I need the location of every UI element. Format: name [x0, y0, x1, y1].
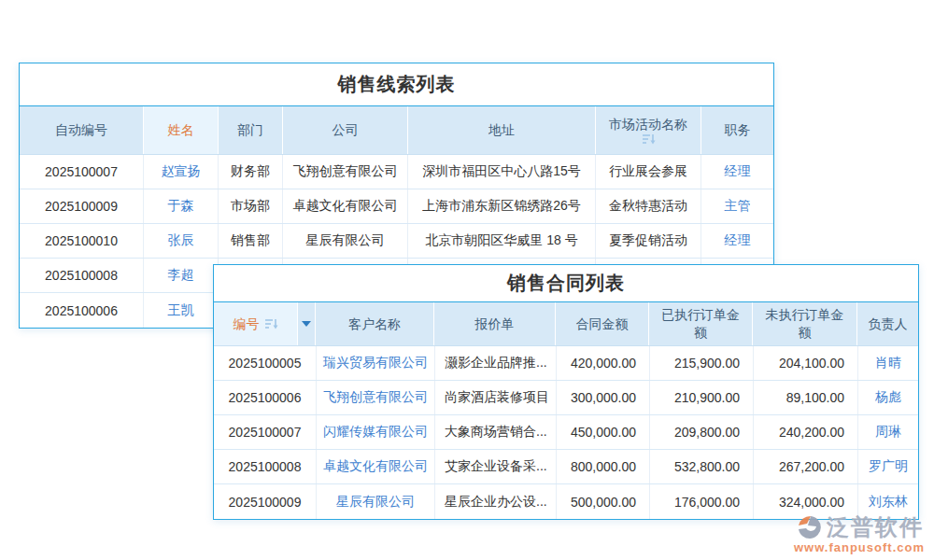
column-header-label: 负责人	[869, 315, 908, 333]
contracts-table-card: 销售合同列表 编号客户名称报价单合同金额已执行订单金额未执行订单金额负责人 20…	[213, 264, 919, 520]
link-cell[interactable]: 王凯	[144, 293, 219, 328]
brand-line: 泛普软件	[794, 512, 925, 542]
leads-table-header: 自动编号姓名部门公司地址市场活动名称职务	[20, 106, 773, 155]
table-row: 2025100008卓越文化有限公司艾家企业设备采...800,000.0053…	[214, 450, 918, 484]
cell: 金秋特惠活动	[596, 189, 701, 223]
link-cell[interactable]: 闪耀传媒有限公司	[317, 415, 435, 449]
cell: 532,800.00	[650, 450, 754, 483]
contracts-table-header: 编号客户名称报价单合同金额已执行订单金额未执行订单金额负责人	[214, 302, 918, 346]
link-cell[interactable]: 罗广明	[858, 450, 918, 483]
cell: 500,000.00	[557, 484, 650, 519]
contracts-table-body: 2025100005瑞兴贸易有限公司灏影企业品牌推...420,000.0021…	[214, 346, 918, 519]
cell: 2025100008	[214, 450, 317, 483]
link-cell[interactable]: 张辰	[144, 224, 219, 258]
column-header[interactable]: 职务	[701, 106, 773, 154]
cell: 飞翔创意有限公司	[283, 155, 408, 189]
link-cell[interactable]: 卓越文化有限公司	[317, 450, 435, 483]
column-header-label: 部门	[237, 121, 263, 139]
link-cell[interactable]: 经理	[701, 224, 773, 258]
brand-logo-icon	[795, 514, 825, 540]
cell: 艾家企业设备采...	[435, 450, 557, 483]
column-header[interactable]: 合同金额	[556, 302, 649, 345]
link-cell[interactable]: 周琳	[858, 415, 918, 449]
cell: 267,200.00	[754, 450, 858, 483]
column-header[interactable]: 地址	[408, 106, 596, 154]
page: 销售线索列表 自动编号姓名部门公司地址市场活动名称职务 2025100007赵宣…	[0, 0, 934, 560]
cell: 深圳市福田区中心八路15号	[408, 155, 596, 189]
cell: 204,100.00	[754, 346, 858, 380]
column-header[interactable]: 部门	[219, 106, 283, 154]
link-cell[interactable]: 瑞兴贸易有限公司	[317, 346, 435, 380]
table-row: 2025100009于森市场部卓越文化有限公司上海市浦东新区锦绣路26号金秋特惠…	[20, 189, 773, 224]
link-cell[interactable]: 星辰有限公司	[317, 484, 435, 519]
cell: 市场部	[219, 189, 283, 223]
column-header[interactable]: 姓名	[144, 106, 219, 154]
sort-icon[interactable]	[264, 318, 278, 329]
link-cell[interactable]: 赵宣扬	[144, 155, 219, 189]
link-cell[interactable]: 主管	[701, 189, 773, 223]
column-header-label: 报价单	[475, 315, 515, 333]
filter-dropdown-header[interactable]	[298, 302, 316, 345]
cell: 星辰有限公司	[283, 224, 408, 258]
column-header[interactable]: 已执行订单金额	[649, 302, 753, 345]
cell: 夏季促销活动	[596, 224, 701, 258]
column-header[interactable]: 负责人	[857, 302, 918, 345]
link-cell[interactable]: 杨彪	[858, 381, 918, 414]
column-header-label: 编号	[234, 315, 260, 333]
column-header-label: 合同金额	[576, 315, 629, 333]
cell: 2025100010	[20, 224, 144, 258]
cell: 北京市朝阳区华威里 18 号	[408, 224, 596, 258]
cell: 大象商场营销合...	[435, 415, 557, 449]
cell: 209,800.00	[650, 415, 754, 449]
cell: 2025100007	[20, 155, 144, 189]
column-header-label: 姓名	[168, 121, 194, 139]
column-header-label: 已执行订单金额	[657, 306, 744, 342]
column-header-label: 未执行订单金额	[760, 306, 849, 342]
cell: 450,000.00	[557, 415, 650, 449]
chevron-down-icon[interactable]	[302, 321, 311, 327]
cell: 2025100006	[20, 293, 144, 328]
column-header[interactable]: 市场活动名称	[596, 106, 701, 154]
cell: 89,100.00	[754, 381, 858, 414]
table-row: 2025100005瑞兴贸易有限公司灏影企业品牌推...420,000.0021…	[214, 346, 918, 381]
cell: 上海市浦东新区锦绣路26号	[408, 189, 596, 223]
cell: 800,000.00	[557, 450, 650, 483]
cell: 2025100008	[20, 259, 144, 292]
contracts-table-title: 销售合同列表	[214, 265, 918, 302]
table-row: 2025100010张辰销售部星辰有限公司北京市朝阳区华威里 18 号夏季促销活…	[20, 224, 773, 259]
table-row: 2025100007闪耀传媒有限公司大象商场营销合...450,000.0020…	[214, 415, 918, 450]
column-header[interactable]: 公司	[283, 106, 408, 154]
link-cell[interactable]: 于森	[144, 189, 219, 223]
cell: 2025100005	[214, 346, 317, 380]
column-header-label: 客户名称	[348, 315, 401, 333]
cell: 240,200.00	[754, 415, 858, 449]
column-header-label: 市场活动名称	[609, 116, 687, 133]
brand-name: 泛普软件	[827, 512, 924, 542]
link-cell[interactable]: 经理	[701, 155, 773, 189]
cell: 行业展会参展	[596, 155, 701, 189]
cell: 尚家酒店装修项目	[435, 381, 557, 414]
cell: 210,900.00	[650, 381, 754, 414]
brand-watermark: 泛普软件 www.fanpusoft.com	[794, 512, 925, 554]
column-header-label: 自动编号	[55, 121, 107, 139]
link-cell[interactable]: 李超	[144, 259, 219, 292]
link-cell[interactable]: 飞翔创意有限公司	[317, 381, 435, 414]
table-row: 2025100007赵宣扬财务部飞翔创意有限公司深圳市福田区中心八路15号行业展…	[20, 155, 773, 189]
cell: 2025100007	[214, 415, 317, 449]
column-header-label: 公司	[333, 121, 359, 139]
brand-url: www.fanpusoft.com	[794, 540, 925, 554]
cell: 2025100009	[214, 484, 317, 519]
sort-icon[interactable]	[642, 133, 656, 145]
column-header-label: 地址	[488, 121, 515, 139]
cell: 财务部	[219, 155, 283, 189]
column-header[interactable]: 编号	[214, 302, 298, 345]
cell: 卓越文化有限公司	[283, 189, 408, 223]
cell: 2025100006	[214, 381, 317, 414]
column-header[interactable]: 未执行订单金额	[753, 302, 857, 345]
column-header-label: 职务	[725, 121, 751, 139]
column-header[interactable]: 报价单	[434, 302, 556, 345]
column-header[interactable]: 客户名称	[316, 302, 434, 345]
column-header[interactable]: 自动编号	[20, 106, 144, 154]
link-cell[interactable]: 肖晴	[858, 346, 918, 380]
cell: 2025100009	[20, 189, 144, 223]
